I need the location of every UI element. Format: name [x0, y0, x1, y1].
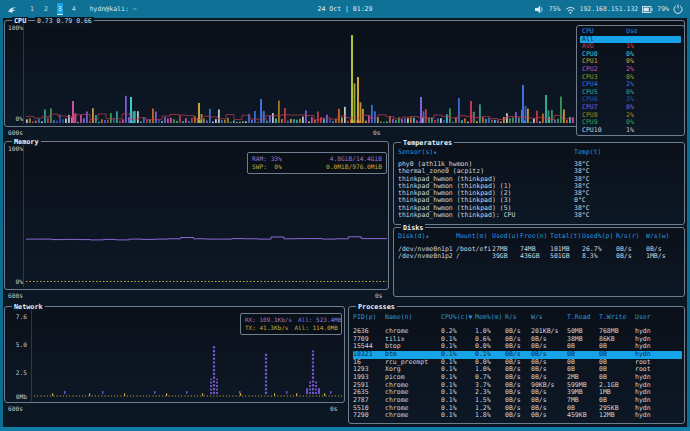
net-y-0: 7.6 — [10, 313, 27, 320]
cpu-core-row[interactable]: AVG 1% — [580, 43, 681, 51]
rs-header[interactable]: R/s — [505, 313, 531, 321]
cpu-core-row[interactable]: CPU6 3% — [580, 96, 681, 104]
rx-rate: RX: 109.1Kb/s — [245, 316, 292, 324]
battery-icon[interactable] — [642, 5, 653, 14]
power-icon[interactable] — [673, 4, 683, 14]
tx-rate: TX: 41.3Kb/s — [245, 324, 288, 332]
cpu-core-row[interactable]: CPU10 1% — [580, 127, 681, 135]
cpu-y-max: 100% — [6, 24, 23, 31]
cpu-graph-axis — [23, 24, 24, 124]
cpu-core-list: CPU Use All AVG 1% CPU0 — [576, 25, 685, 136]
memory-graph-axis — [23, 145, 24, 287]
cpu-x-left: 600s — [8, 129, 23, 136]
ip-address: 192.168.151.132 — [580, 5, 639, 13]
cpu-core-row[interactable]: CPU5 0% — [580, 89, 681, 97]
process-row[interactable]: 2636chrome0.2% 1.0%0B/s201KB/s 50MB768MB… — [353, 328, 682, 336]
cpu-core-header: CPU Use — [580, 28, 681, 36]
temperature-row[interactable]: thermal_zone0 (acpitz) 38°C — [398, 168, 681, 175]
cpu-core-col-use: Use — [626, 28, 679, 36]
process-row[interactable]: 2787chrome0.1% 1.5%0B/s0B/s 7MB0Bhydn — [353, 397, 682, 405]
battery-level: 79% — [657, 5, 669, 13]
temperature-row[interactable]: thinkpad_hwmon (thinkpad): CPU 38°C — [398, 212, 681, 219]
memory-x-left: 600s — [8, 292, 23, 299]
volume-icon[interactable] — [535, 5, 545, 14]
cpu-core-row[interactable]: All — [580, 36, 681, 44]
temperatures-panel: Temperatures Sensor(s)▴ Temp(t) phy0 (at… — [393, 142, 685, 225]
temperature-row[interactable]: phy0 (ath11k_hwmon) 38°C — [398, 161, 681, 168]
cpu-core-row[interactable]: CPU0 0% — [580, 51, 681, 59]
disks-header[interactable]: Disk(d)▴Mount(m)Used(u)Free(n)Total(t)Us… — [398, 233, 681, 241]
sensor-sort-header[interactable]: Sensor(s)▴ — [398, 148, 574, 156]
cpu-core-row[interactable]: CPU3 0% — [580, 74, 681, 82]
temperature-row[interactable]: thinkpad_hwmon (thinkpad) (5) 38°C — [398, 205, 681, 212]
disk-row[interactable]: /dev/nvme0n1p2/39GB 436GB501GB8.3% 0B/s1… — [398, 253, 681, 261]
window-border-bottom — [0, 427, 690, 431]
cpu-core-row[interactable]: CPU4 2% — [580, 81, 681, 89]
cpu-core-col-name: CPU — [582, 28, 626, 36]
twrite-header[interactable]: T.Write — [599, 313, 635, 321]
cpu-x-right: 0s — [373, 129, 380, 136]
disks-panel-title: Disks — [401, 224, 425, 232]
disk-rows: /dev/nvme0n1p1/boot/efi27MB 74MB101MB26.… — [398, 246, 681, 261]
process-row[interactable]: 16rcu_preempt0.1% 0.0%0B/s0B/s 0B0Broot — [353, 359, 682, 367]
cpu-usage-graph — [26, 24, 577, 126]
cpu-y-min: 0% — [6, 115, 23, 122]
process-row[interactable]: 2591chrome0.1% 3.7%0B/s90KB/s 599MB2.1GB… — [353, 382, 682, 390]
rx-total: All: 523.4MB — [298, 316, 341, 324]
pid-header[interactable]: PID(p) — [353, 313, 385, 321]
process-row[interactable]: 7709tilix0.1% 0.6%0B/s0B/s 38MB86KBhydn — [353, 336, 682, 344]
net-y-1: 5.0 — [10, 341, 27, 348]
swap-stat: SWP: 0% — [252, 163, 282, 171]
processes-panel: Processes PID(p) Name(n) CPU%(c)▼ Mem%(m… — [348, 306, 685, 424]
process-row[interactable]: 1293Xorg0.1% 1.0%0B/s0B/s 0B0Broot — [353, 366, 682, 374]
temp-header: Temp(t) — [574, 148, 681, 156]
window-border-left — [0, 18, 3, 431]
volume-level: 75% — [549, 5, 561, 13]
disks-panel: Disks Disk(d)▴Mount(m)Used(u)Free(n)Tota… — [393, 227, 685, 297]
network-info-box: RX: 109.1Kb/s All: 523.4MB TX: 41.3Kb/s … — [240, 313, 342, 335]
tread-header[interactable]: T.Read — [567, 313, 599, 321]
cpu-core-row[interactable]: CPU9 0% — [580, 119, 681, 127]
memory-x-right: 0s — [375, 292, 382, 299]
process-row[interactable]: 7290chrome0.1% 1.8%0B/s0B/s 459KB12MBhyd… — [353, 412, 682, 420]
memory-y-max: 100% — [6, 145, 23, 152]
process-row[interactable]: 5510chrome0.1% 1.2%0B/s0B/s 0B295KBhydn — [353, 405, 682, 413]
memory-y-min: 0% — [6, 278, 23, 285]
temperature-row[interactable]: thinkpad_hwmon (thinkpad) (1) 38°C — [398, 183, 681, 190]
swap-value: 0.0MiB/976.0MiB — [326, 163, 382, 171]
network-x-left: 600s — [8, 405, 23, 412]
process-row[interactable]: 2635chrome0.1% 2.3%0B/s0B/s 39MB1MBhydn — [353, 389, 682, 397]
temperature-row[interactable]: thinkpad_hwmon (thinkpad) (3) 0°C — [398, 197, 681, 204]
temperatures-panel-title: Temperatures — [401, 139, 454, 147]
net-y-3: 0Mb — [10, 393, 27, 400]
temperature-row[interactable]: thinkpad_hwmon (thinkpad) 38°C — [398, 176, 681, 183]
processes-header: PID(p) Name(n) CPU%(c)▼ Mem%(m) R/s W/s … — [353, 313, 682, 321]
network-x-right: 0s — [330, 405, 337, 412]
cpu-core-rows: All AVG 1% CPU0 0% CPU1 — [580, 36, 681, 135]
ram-value: 4.8GiB/14.4GiB — [330, 155, 382, 163]
memory-info-box: RAM: 33% 4.8GiB/14.4GiB SWP: 0% 0.0MiB/9… — [247, 152, 387, 174]
net-y-2: 2.5 — [10, 369, 27, 376]
process-row[interactable]: 18321btm0.1% 0.1%0B/s0B/s 0B0Bhydn — [353, 351, 682, 359]
cpu-core-row[interactable]: CPU8 2% — [580, 112, 681, 120]
desktop: 1234 hydn@kali: ~ 24 Oct | 01:29 75% 192… — [0, 0, 690, 431]
network-graph-axis — [31, 310, 32, 401]
user-header[interactable]: User — [635, 313, 682, 321]
ram-stat: RAM: 33% — [252, 155, 282, 163]
process-row[interactable]: 1993picom0.1% 0.7%0B/s0B/s 2MB0Bhydn — [353, 374, 682, 382]
cpu-core-row[interactable]: CPU2 2% — [580, 66, 681, 74]
wifi-icon[interactable] — [565, 5, 576, 14]
tx-total: All: 114.0MB — [294, 324, 337, 332]
temperature-rows: phy0 (ath11k_hwmon) 38°C thermal_zone0 (… — [398, 161, 681, 219]
cpu-sort-header[interactable]: CPU%(c)▼ — [441, 313, 475, 321]
temperatures-header: Sensor(s)▴ Temp(t) — [398, 148, 681, 156]
name-header[interactable]: Name(n) — [385, 313, 441, 321]
temperature-row[interactable]: thinkpad_hwmon (thinkpad) (2) 38°C — [398, 190, 681, 197]
process-row[interactable]: 15544btop0.1% 0.0%0B/s0B/s 0B0Bhydn — [353, 343, 682, 351]
cpu-core-row[interactable]: CPU1 0% — [580, 58, 681, 66]
disk-row[interactable]: /dev/nvme0n1p1/boot/efi27MB 74MB101MB26.… — [398, 246, 681, 254]
cpu-core-row[interactable]: CPU7 0% — [580, 104, 681, 112]
process-rows: 2636chrome0.2% 1.0%0B/s201KB/s 50MB768MB… — [353, 328, 682, 420]
ws-header[interactable]: W/s — [531, 313, 567, 321]
mem-header[interactable]: Mem%(m) — [475, 313, 505, 321]
